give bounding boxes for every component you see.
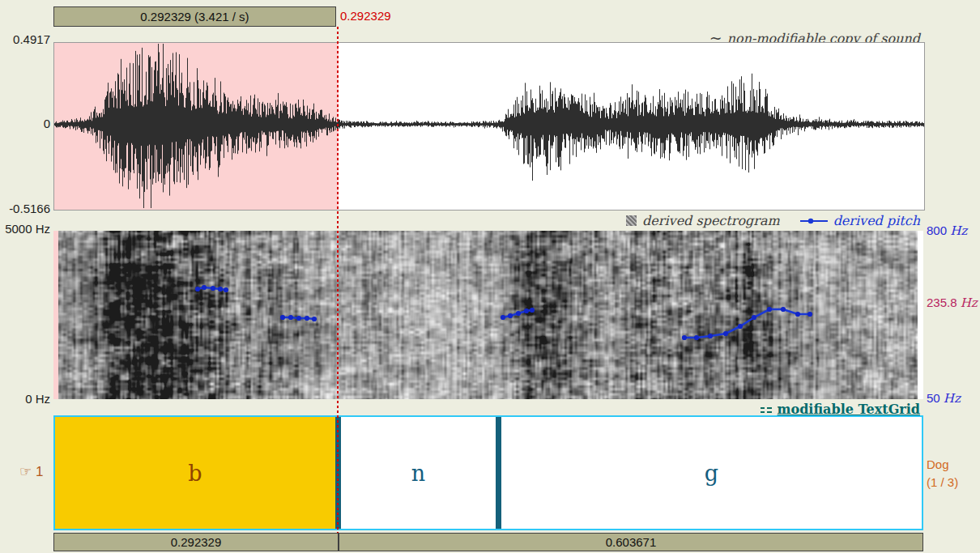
pitch-value-label: 235.8 Hz [927,296,978,310]
selection-duration-button[interactable]: 0.292329 (3.421 / s) [53,6,336,27]
tier-panel[interactable]: b n g [53,415,923,530]
tier-number-label: 1 [36,464,43,479]
pitch-line-icon [800,217,828,225]
rest-duration-bar[interactable]: 0.603671 [339,533,923,551]
spectrogram-legend: derived spectrogram derived pitch [0,213,920,228]
interval-n[interactable]: n [341,417,496,529]
spectrogram-panel[interactable] [53,231,923,399]
selection-duration-label: 0.292329 (3.421 / s) [140,10,249,23]
derived-spectrogram-label: derived spectrogram [642,213,780,228]
interval-label: n [411,461,425,486]
tier-number[interactable]: ☞ 1 [19,463,43,480]
interval-g[interactable]: g [501,417,922,529]
tier-name-label: Dog [927,457,949,471]
spec-max-freq-label: 5000 Hz [0,222,50,236]
boundary-2[interactable] [496,417,501,529]
pitch-min-label: 50 Hz [927,391,961,406]
interval-label: b [188,461,202,486]
rest-duration-label: 0.603671 [606,535,657,549]
waveform-ymax-label: 0.4917 [0,32,50,46]
waveform-zero-label: 0 [0,117,50,130]
spectrogram-swatch-icon [626,215,637,226]
waveform-panel[interactable] [53,42,925,211]
cursor-line[interactable] [337,27,339,533]
praat-textgrid-editor: { "top_bar": { "selection_duration": "0.… [0,0,980,553]
tier-position-label: (1 / 3) [927,475,958,489]
pointing-hand-icon: ☞ [19,464,32,479]
derived-pitch-label: derived pitch [833,213,920,228]
selection-duration-bottom-label: 0.292329 [171,535,222,549]
interval-label: g [705,461,718,486]
selection-duration-bar[interactable]: 0.292329 [53,533,339,551]
interval-b[interactable]: b [55,417,335,529]
cursor-time-label: 0.292329 [340,9,391,23]
textgrid-icon [760,405,773,415]
pitch-max-label: 800 Hz [927,223,967,238]
